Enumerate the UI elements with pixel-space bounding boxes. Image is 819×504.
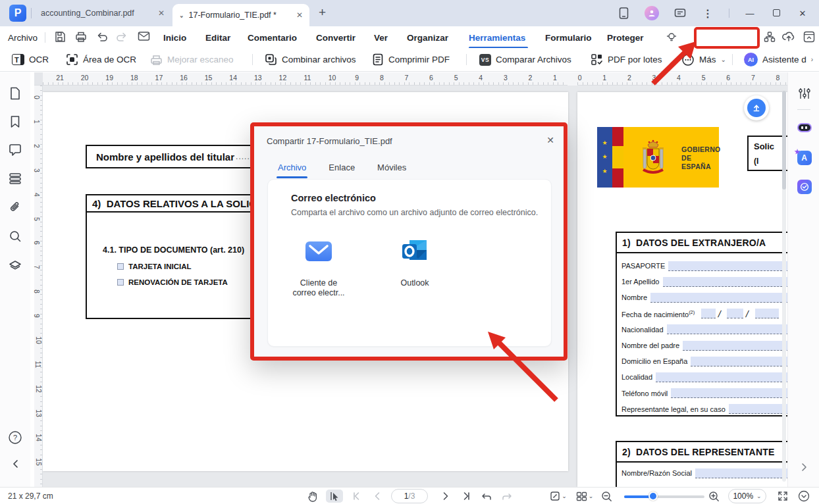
form-input[interactable] [667,324,787,334]
menu-formulario[interactable]: Formulario [545,26,592,49]
menu-ver[interactable]: Ver [374,26,388,49]
tool-mas[interactable]: Más ⌄ [681,48,726,71]
tab-enlace[interactable]: Enlace [329,163,355,178]
tool-comparar-archivos[interactable]: VS Comparar Archivos [479,48,571,71]
user-avatar[interactable] [645,6,659,20]
collapse-statusbar-icon[interactable] [797,490,811,503]
close-button[interactable]: ✕ [797,9,808,18]
form-input[interactable] [683,341,787,351]
comments-panel-icon[interactable] [8,143,22,157]
pdf-page-right[interactable]: ★★★ GOBIERNO [577,92,787,487]
tool-combinar-archivos[interactable]: Combinar archivos [265,48,356,71]
divider [732,54,733,65]
menu-editar[interactable]: Editar [205,26,230,49]
ai-chatbot-icon[interactable] [797,120,812,135]
lightbulb-icon[interactable] [665,31,678,44]
form-input[interactable] [695,468,787,478]
search-panel-icon[interactable] [8,229,22,243]
tab-moviles[interactable]: Móviles [377,163,406,178]
minimize-button[interactable]: — [744,9,756,18]
expand-panel-icon[interactable] [797,459,812,474]
collapse-toolbar-icon[interactable] [803,31,816,44]
maximize-button[interactable] [770,9,782,18]
form-input[interactable] [671,388,787,398]
attachments-panel-icon[interactable] [8,200,22,214]
close-tab-icon[interactable]: ✕ [158,9,165,18]
date-input-box[interactable] [755,309,779,318]
hand-tool-icon[interactable] [305,490,320,503]
share-nodes-icon[interactable] [764,31,777,44]
menu-inicio[interactable]: Inicio [163,26,186,49]
email-client-option[interactable]: Cliente de correo electr... [291,238,346,298]
date-input-box[interactable] [701,309,715,318]
feedback-icon[interactable] [674,7,687,20]
app-logo-icon[interactable]: P [9,5,26,22]
print-icon[interactable] [75,31,88,44]
undo-icon[interactable] [96,31,109,44]
chevron-double-down-icon[interactable]: ⌄⌄ [179,14,184,17]
field-label: Nacionalidad [621,326,664,334]
date-input-box[interactable] [727,309,743,318]
quick-upload-button[interactable] [744,95,769,120]
thumbnails-panel-icon[interactable] [8,86,22,101]
last-page-icon[interactable] [459,490,473,503]
ruler-label: 12 [35,385,43,393]
zoom-slider-handle[interactable] [648,491,658,501]
save-icon[interactable] [54,31,67,44]
menu-archivo[interactable]: Archivo [8,26,38,49]
collapse-panel-icon[interactable] [8,457,22,471]
new-tab-button[interactable]: + [319,5,326,20]
checkbox[interactable] [117,263,124,270]
outlook-option[interactable]: Outlook [387,238,442,298]
layers-panel-icon[interactable] [8,259,22,273]
menu-convertir[interactable]: Convertir [316,26,356,49]
menu-proteger[interactable]: Proteger [607,26,644,49]
tool-pdf-por-lotes[interactable]: PDF por lotes [591,48,662,71]
tool-ocr[interactable]: T OCR [12,48,49,71]
zoom-in-icon[interactable] [706,490,721,503]
redo-icon[interactable] [116,31,129,44]
previous-view-icon[interactable] [479,490,494,503]
menu-comentario[interactable]: Comentario [248,26,297,49]
next-view-icon[interactable] [500,490,514,503]
cloud-upload-icon[interactable] [782,31,795,44]
tab-archivo[interactable]: Archivo [278,163,306,178]
form-input[interactable] [729,404,787,414]
translate-icon[interactable]: A★ [797,150,812,165]
summary-panel-icon[interactable] [8,171,22,186]
tasks-check-icon[interactable] [797,179,812,194]
menu-organizar[interactable]: Organizar [407,26,448,49]
page-number-input[interactable]: 1 /3 [391,489,428,503]
scrollbar-thumb[interactable] [782,91,786,189]
mail-icon[interactable] [138,31,151,44]
form-input[interactable] [650,293,787,303]
zoom-level-dropdown[interactable]: 100% ⌄ [728,489,766,503]
document-tab-accounting[interactable]: accounting_Combinar.pdf ✕ [34,0,171,26]
previous-page-icon[interactable] [370,490,384,503]
bookmarks-panel-icon[interactable] [8,114,22,129]
dialog-close-icon[interactable]: ✕ [546,135,554,145]
form-input[interactable] [668,261,787,271]
checkbox[interactable] [117,279,124,286]
fullscreen-icon[interactable] [776,490,790,503]
tool-comprimir-pdf[interactable]: Comprimir PDF [372,48,450,71]
first-page-icon[interactable] [350,490,364,503]
mobile-app-icon[interactable] [617,7,630,20]
form-input[interactable] [656,372,787,382]
next-page-icon[interactable] [438,490,453,503]
fit-page-icon[interactable]: ⌄ [548,490,569,503]
page-layout-icon[interactable]: ⌄ [574,490,595,503]
help-icon[interactable]: ? [8,430,22,445]
properties-sliders-icon[interactable] [797,86,812,101]
more-menu-icon[interactable]: ⋮ [701,7,714,20]
form-input[interactable] [663,277,788,287]
form-input[interactable] [691,357,787,366]
select-tool-icon[interactable] [326,490,343,503]
menu-herramientas[interactable]: Herramientas [469,26,525,49]
tool-asistente-ia[interactable]: AI Asistente d › [744,48,813,71]
close-tab-icon[interactable]: ✕ [296,11,303,20]
tool-mejorar-escaneo[interactable]: Mejorar escaneo [150,48,234,71]
document-tab-formulario[interactable]: ⌄⌄ 17-Formulario_TIE.pdf * ✕ [172,4,309,26]
tool-area-ocr[interactable]: Área de OCR [66,48,136,71]
zoom-out-icon[interactable] [599,490,614,503]
